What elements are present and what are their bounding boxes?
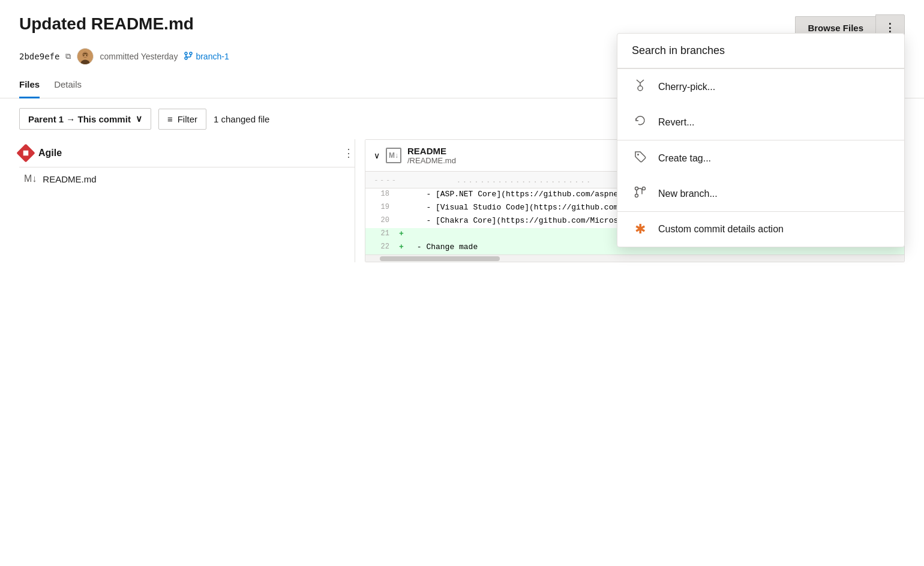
branch-link[interactable]: branch-1 [184, 51, 229, 62]
line-number: 18 [365, 188, 395, 198]
markdown-icon: M↓ [386, 148, 401, 163]
create-tag-item[interactable]: Create tag... [617, 140, 904, 176]
svg-point-13 [643, 187, 646, 190]
revert-icon [632, 114, 649, 130]
svg-marker-9 [21, 148, 31, 158]
file-group: Agile ⋮ M↓ README.md [19, 139, 355, 190]
star-icon: ✱ [632, 221, 649, 237]
dropdown-search-label[interactable]: Search in branches [617, 34, 904, 68]
line-marker [395, 215, 407, 216]
line-number: 19 [365, 202, 395, 211]
custom-action-label: Custom commit details action [658, 224, 784, 235]
separator-dashes: ---- ....................... [374, 175, 592, 184]
custom-action-item[interactable]: ✱ Custom commit details action [617, 212, 904, 247]
svg-point-12 [635, 187, 638, 190]
parent-commit-label: Parent 1 → This commit [28, 114, 131, 124]
tab-details[interactable]: Details [54, 79, 82, 98]
new-branch-icon [632, 185, 649, 202]
group-name: Agile [38, 148, 337, 158]
branch-icon [184, 51, 193, 62]
line-marker [395, 202, 407, 203]
filter-button[interactable]: ≡ Filter [158, 109, 206, 130]
diff-file-info: README /README.md [407, 146, 456, 165]
diff-file-path: /README.md [407, 156, 456, 165]
diff-file-name: README [407, 146, 456, 156]
diff-collapse-icon[interactable]: ∨ [374, 151, 380, 160]
list-item[interactable]: M↓ README.md [19, 167, 355, 190]
cherry-pick-label: Cherry-pick... [658, 82, 715, 92]
svg-point-7 [190, 52, 192, 55]
changed-files-count: 1 changed file [214, 114, 269, 124]
new-branch-item[interactable]: New branch... [617, 176, 904, 211]
avatar [77, 48, 94, 65]
line-number: 22 [365, 241, 395, 251]
filter-label: Filter [178, 114, 197, 124]
file-tree-panel: Agile ⋮ M↓ README.md [19, 139, 355, 262]
svg-point-11 [637, 154, 639, 155]
svg-point-14 [635, 194, 638, 197]
file-group-header: Agile ⋮ [19, 139, 355, 167]
parent-commit-button[interactable]: Parent 1 → This commit ∨ [19, 108, 151, 130]
svg-point-6 [185, 52, 187, 55]
cherry-pick-item[interactable]: Cherry-pick... [617, 69, 904, 104]
line-number: 21 [365, 228, 395, 238]
file-name: README.md [43, 174, 96, 184]
scrollbar-thumb [380, 256, 500, 261]
create-tag-label: Create tag... [658, 153, 711, 164]
diff-scrollbar[interactable] [365, 254, 904, 262]
branch-name: branch-1 [196, 52, 229, 61]
line-marker: + [395, 228, 407, 238]
tab-files[interactable]: Files [19, 79, 40, 98]
svg-point-5 [86, 55, 88, 56]
line-number: 20 [365, 215, 395, 224]
svg-point-10 [638, 86, 643, 91]
commit-title: Updated README.md [19, 14, 194, 34]
revert-label: Revert... [658, 117, 694, 128]
line-marker: + [395, 241, 407, 251]
cherry-pick-icon [632, 79, 649, 95]
chevron-down-icon: ∨ [136, 113, 142, 124]
new-branch-label: New branch... [658, 188, 718, 199]
group-more-icon[interactable]: ⋮ [343, 146, 355, 160]
tag-icon [632, 150, 649, 166]
agile-icon [16, 143, 35, 162]
revert-item[interactable]: Revert... [617, 104, 904, 140]
line-marker [395, 188, 407, 190]
copy-hash-icon[interactable]: ⧉ [65, 52, 71, 61]
committed-text: committed Yesterday [100, 52, 178, 61]
filter-icon: ≡ [167, 114, 173, 124]
commit-hash: 2bde9efe [19, 52, 59, 61]
dropdown-menu: Search in branches Cherry-pick... R [617, 33, 905, 247]
markdown-file-icon: M↓ [24, 173, 37, 184]
svg-point-4 [83, 55, 85, 56]
